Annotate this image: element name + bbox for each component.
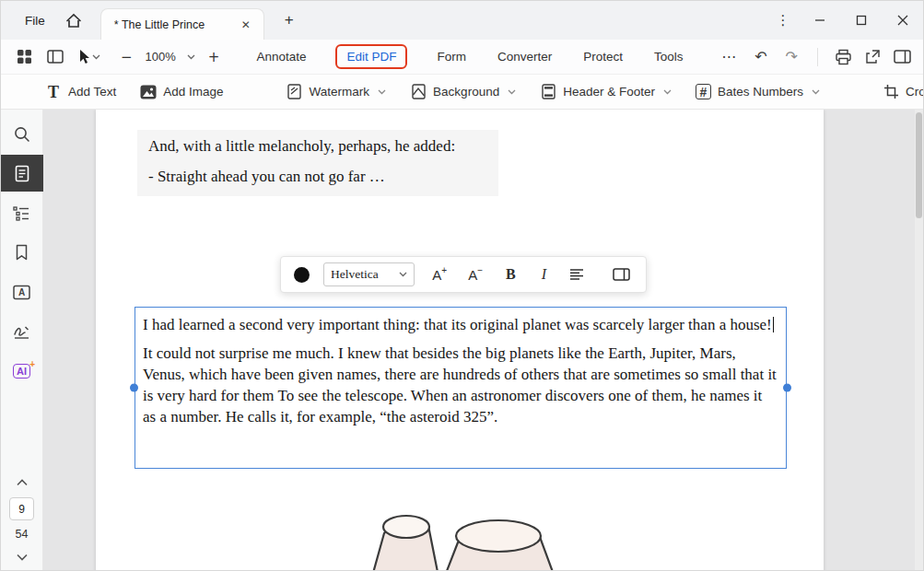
chevron-down-icon bbox=[92, 54, 100, 60]
current-page-input[interactable]: 9 bbox=[9, 497, 34, 520]
chevron-down-icon bbox=[508, 89, 516, 95]
share-button[interactable] bbox=[860, 44, 884, 70]
text-field-icon: A bbox=[13, 285, 30, 300]
add-text-icon: T bbox=[45, 84, 62, 100]
close-icon bbox=[897, 15, 908, 26]
background-button[interactable]: Background bbox=[410, 84, 516, 100]
add-image-button[interactable]: Add Image bbox=[140, 84, 223, 100]
chevron-down-icon bbox=[378, 89, 386, 95]
menu-form[interactable]: Form bbox=[435, 44, 468, 69]
close-button[interactable] bbox=[882, 1, 923, 40]
pdf-page[interactable]: And, with a little melancholy, perhaps, … bbox=[96, 110, 824, 571]
tab-close-icon[interactable]: ✕ bbox=[236, 16, 256, 34]
home-button[interactable] bbox=[60, 7, 88, 33]
annotations-panel-button[interactable]: A bbox=[1, 274, 43, 310]
signature-panel-button[interactable] bbox=[1, 313, 43, 350]
crop-button[interactable]: Crop bbox=[883, 84, 924, 100]
zoom-chevron-icon[interactable] bbox=[187, 54, 195, 60]
search-button[interactable] bbox=[1, 115, 43, 152]
chevron-up-icon bbox=[17, 479, 28, 486]
ai-panel-button[interactable]: AI + bbox=[1, 353, 43, 390]
file-menu[interactable]: File bbox=[16, 8, 54, 33]
zoom-controls: − 100% + bbox=[117, 49, 223, 65]
home-icon bbox=[65, 13, 82, 29]
vertical-scrollbar[interactable] bbox=[915, 110, 923, 571]
next-page-button[interactable] bbox=[17, 548, 28, 565]
layout-icon bbox=[894, 50, 911, 64]
crop-icon bbox=[883, 84, 899, 100]
add-text-button[interactable]: T Add Text bbox=[45, 84, 116, 100]
bates-numbers-button[interactable]: # Bates Numbers bbox=[696, 84, 820, 99]
header-footer-icon bbox=[540, 84, 556, 100]
resize-handle-right[interactable] bbox=[783, 384, 791, 392]
panel-icon bbox=[613, 268, 630, 281]
app-grid-icon bbox=[17, 49, 32, 64]
panel-toggle-icon bbox=[47, 50, 64, 64]
selected-textbox[interactable]: I had learned a second very important th… bbox=[135, 307, 787, 469]
search-icon bbox=[13, 125, 30, 143]
svg-text:A: A bbox=[18, 287, 25, 297]
page-text-block[interactable]: And, with a little melancholy, perhaps, … bbox=[137, 130, 498, 196]
watermark-label: Watermark bbox=[310, 85, 370, 99]
maximize-button[interactable] bbox=[840, 1, 882, 40]
watermark-button[interactable]: Watermark bbox=[287, 84, 387, 100]
maximize-icon bbox=[856, 15, 867, 26]
document-viewport[interactable]: And, with a little melancholy, perhaps, … bbox=[43, 110, 923, 571]
menu-protect[interactable]: Protect bbox=[581, 44, 625, 69]
chevron-down-icon bbox=[663, 89, 672, 95]
signature-icon bbox=[13, 324, 30, 340]
minimize-button[interactable] bbox=[799, 1, 840, 40]
italic-button[interactable]: I bbox=[535, 264, 553, 285]
edit-toolbar: T Add Text Add Image Watermark Backgroun… bbox=[1, 75, 923, 110]
alignment-button[interactable] bbox=[567, 266, 587, 283]
menu-converter[interactable]: Converter bbox=[496, 44, 554, 69]
add-text-label: Add Text bbox=[68, 85, 116, 99]
font-decrease-button[interactable]: A− bbox=[464, 265, 486, 285]
scrollbar-thumb[interactable] bbox=[916, 112, 922, 218]
background-icon bbox=[410, 84, 427, 100]
chevron-down-icon bbox=[812, 89, 820, 95]
redo-button[interactable]: ↷ bbox=[779, 44, 804, 70]
resize-handle-left[interactable] bbox=[130, 384, 138, 392]
page-thumbnails-icon bbox=[15, 165, 29, 182]
chevron-down-icon bbox=[17, 554, 28, 561]
font-increase-button[interactable]: A+ bbox=[428, 265, 450, 285]
bookmark-icon bbox=[15, 244, 29, 261]
bold-button[interactable]: B bbox=[500, 264, 521, 285]
menu-edit-pdf[interactable]: Edit PDF bbox=[335, 44, 407, 69]
layout-button[interactable] bbox=[890, 44, 914, 70]
font-color-swatch[interactable] bbox=[294, 267, 310, 283]
page-text-line: - Straight ahead you can not go far … bbox=[148, 167, 489, 187]
text-format-toolbar: Helvetica A+ A− B I bbox=[280, 256, 647, 293]
document-tab[interactable]: * The Little Prince ✕ bbox=[100, 8, 264, 40]
print-button[interactable] bbox=[831, 44, 855, 70]
tab-title: * The Little Prince bbox=[114, 18, 236, 31]
app-grid-button[interactable] bbox=[12, 44, 36, 70]
thumbnails-panel-button[interactable] bbox=[1, 155, 43, 192]
more-menus-button[interactable]: ⋯ bbox=[715, 44, 743, 70]
chevron-down-icon bbox=[399, 272, 407, 277]
previous-page-button[interactable] bbox=[17, 473, 28, 490]
select-tool-button[interactable] bbox=[76, 44, 100, 70]
panel-toggle-button[interactable] bbox=[43, 44, 67, 70]
overflow-menu-icon[interactable]: ⋮ bbox=[767, 12, 799, 29]
zoom-in-button[interactable]: + bbox=[205, 49, 224, 65]
watermark-icon bbox=[287, 84, 303, 100]
header-footer-button[interactable]: Header & Footer bbox=[540, 84, 672, 100]
share-icon bbox=[864, 49, 881, 65]
new-tab-button[interactable]: + bbox=[277, 9, 301, 31]
menu-annotate[interactable]: Annotate bbox=[254, 44, 308, 69]
textbox-paragraph: I had learned a second very important th… bbox=[143, 314, 778, 335]
outline-panel-button[interactable] bbox=[1, 194, 43, 231]
divider bbox=[817, 48, 818, 66]
zoom-level[interactable]: 100% bbox=[146, 50, 176, 64]
undo-button[interactable]: ↶ bbox=[748, 44, 773, 70]
zoom-out-button[interactable]: − bbox=[117, 49, 136, 65]
properties-panel-button[interactable] bbox=[610, 266, 633, 283]
font-family-select[interactable]: Helvetica bbox=[323, 262, 415, 286]
menu-tools[interactable]: Tools bbox=[652, 44, 685, 69]
bookmarks-panel-button[interactable] bbox=[1, 234, 43, 271]
titlebar: File * The Little Prince ✕ + ⋮ bbox=[1, 1, 923, 40]
add-image-icon bbox=[140, 84, 157, 100]
ribbon-menus: Annotate Edit PDF Form Converter Protect… bbox=[254, 44, 684, 69]
